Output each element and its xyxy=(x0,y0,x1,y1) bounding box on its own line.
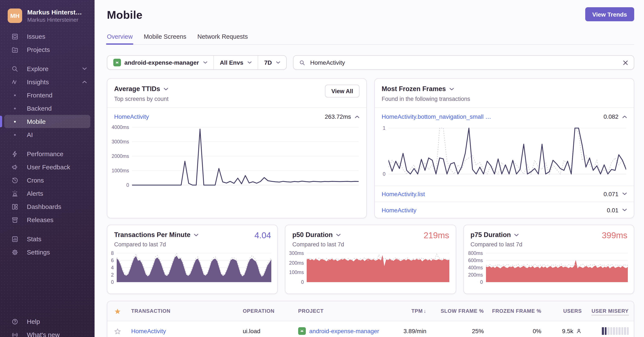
view-trends-button[interactable]: View Trends xyxy=(585,7,634,21)
sidebar-item-projects[interactable]: Projects xyxy=(0,43,94,56)
environment-selector[interactable]: All Envs xyxy=(214,56,258,69)
p75-area-chart[interactable] xyxy=(486,252,628,283)
chevron-up-icon[interactable] xyxy=(355,115,360,118)
transaction-link[interactable]: HomeActivity xyxy=(131,328,166,335)
transaction-link[interactable]: HomeActivity xyxy=(382,207,416,213)
sidebar-item-crons[interactable]: Crons xyxy=(0,174,94,187)
y-axis-tick-label: 1000ms xyxy=(112,168,129,173)
project-selector[interactable]: android-expense-manager xyxy=(107,56,214,69)
chevron-down-icon[interactable] xyxy=(514,233,519,236)
y-axis-tick-label: 3000ms xyxy=(112,139,129,144)
org-name: Markus Hinterst… xyxy=(27,8,82,16)
sidebar-item-help[interactable]: Help xyxy=(0,315,94,328)
chevron-down-icon[interactable] xyxy=(622,209,627,212)
sidebar-item-label: Crons xyxy=(27,177,90,184)
bullet-icon xyxy=(14,94,16,96)
clear-search-icon[interactable] xyxy=(623,60,628,65)
chevron-down-icon[interactable] xyxy=(449,87,454,90)
sidebar-item-alerts[interactable]: Alerts xyxy=(0,187,94,200)
sidebar-item-releases[interactable]: Releases xyxy=(0,213,94,226)
search-box[interactable] xyxy=(293,55,634,70)
tab-network-requests[interactable]: Network Requests xyxy=(198,33,248,44)
environment-selector-value: All Envs xyxy=(220,59,244,66)
user-misery-score-bar[interactable] xyxy=(589,327,634,335)
card-subtitle: Compared to last 7d xyxy=(292,241,449,248)
chevron-down-icon[interactable] xyxy=(622,192,627,195)
p75-value: 399ms xyxy=(602,231,628,240)
sidebar-item-user-feedback[interactable]: User Feedback xyxy=(0,160,94,174)
sidebar-item-label: Projects xyxy=(27,46,90,53)
y-axis-tick-label: 6 xyxy=(111,258,114,263)
transaction-link[interactable]: HomeActivity.list xyxy=(382,190,425,197)
view-all-button[interactable]: View All xyxy=(325,85,360,97)
sidebar-item-label: Dashboards xyxy=(27,203,90,210)
sidebar-item-mobile[interactable]: Mobile xyxy=(4,115,90,128)
star-toggle[interactable] xyxy=(107,328,128,335)
column-header-users[interactable]: USERS xyxy=(548,308,589,314)
column-header-tpm[interactable]: TPM↓ xyxy=(390,308,433,314)
sidebar-item-dashboards[interactable]: Dashboards xyxy=(0,200,94,213)
chevron-down-icon[interactable] xyxy=(336,233,341,236)
card-title: p75 Duration xyxy=(470,231,511,239)
p75-chart-yaxis: 800ms600ms400ms200ms0 xyxy=(464,252,486,283)
sidebar-item-stats[interactable]: Stats xyxy=(0,232,94,246)
search-icon xyxy=(11,65,19,72)
sidebar-item-explore[interactable]: Explore xyxy=(0,62,94,75)
sidebar-item-frontend[interactable]: Frontend xyxy=(4,88,90,102)
bullet-icon xyxy=(14,107,16,109)
sidebar-item-settings[interactable]: Settings xyxy=(0,246,94,259)
chevron-down-icon[interactable] xyxy=(164,87,168,90)
column-header-operation[interactable]: OPERATION xyxy=(239,308,295,314)
y-axis-tick-label: 0 xyxy=(301,280,304,285)
card-subtitle: Compared to last 7d xyxy=(470,241,627,248)
page-title: Mobile xyxy=(107,0,634,22)
column-header-user-misery[interactable]: USER MISERY xyxy=(589,308,634,314)
frozen-frames-line-chart[interactable] xyxy=(388,127,626,175)
chevron-up-icon xyxy=(82,80,87,83)
org-user-switcher[interactable]: MH Markus Hinterst… Markus Hintersteiner xyxy=(0,0,94,29)
sidebar-item-backend[interactable]: Backend xyxy=(4,102,90,115)
column-header-slow-frame[interactable]: SLOW FRAME % xyxy=(433,308,491,314)
tpm-area-chart[interactable] xyxy=(117,252,272,283)
tab-mobile-screens[interactable]: Mobile Screens xyxy=(144,33,186,44)
p50-area-chart[interactable] xyxy=(307,252,450,283)
sidebar-footer: HelpWhat's new xyxy=(0,315,94,337)
tab-label: Mobile Screens xyxy=(144,33,186,40)
transaction-link[interactable]: HomeActivity.bottom_navigation_small … xyxy=(382,113,491,120)
sidebar: MH Markus Hinterst… Markus Hintersteiner… xyxy=(0,0,94,337)
project-link[interactable]: android-expense-manager xyxy=(309,328,379,335)
project-cell: android-expense-manager xyxy=(295,327,390,335)
sidebar-item-label: Backend xyxy=(27,105,87,112)
ttid-line-chart[interactable] xyxy=(132,126,359,186)
misery-bar-empty xyxy=(621,327,623,335)
transaction-link[interactable]: HomeActivity xyxy=(114,113,149,120)
column-header-frozen-frame[interactable]: FROZEN FRAME % xyxy=(491,308,548,314)
column-header-project[interactable]: PROJECT xyxy=(295,308,390,314)
search-input[interactable] xyxy=(309,59,619,66)
chevron-down-icon[interactable] xyxy=(194,233,198,236)
date-range-selector[interactable]: 7D xyxy=(258,56,286,69)
sidebar-item-issues[interactable]: Issues xyxy=(0,30,94,43)
sidebar-section: IssuesProjects xyxy=(0,30,94,56)
sidebar-item-ai[interactable]: AI xyxy=(4,128,90,141)
sidebar-item-label: Frontend xyxy=(27,91,87,99)
frozen-row-list: HomeActivity.list 0.071 xyxy=(375,186,634,202)
sidebar-item-performance[interactable]: Performance xyxy=(0,147,94,160)
tab-overview[interactable]: Overview xyxy=(107,33,133,44)
sidebar-item-insights[interactable]: Insights xyxy=(0,75,94,88)
tab-bar: Overview Mobile Screens Network Requests xyxy=(107,33,634,45)
p50-value: 219ms xyxy=(424,231,449,240)
y-axis-tick-label: 100ms xyxy=(289,270,304,275)
avatar: MH xyxy=(8,8,22,23)
card-title: p50 Duration xyxy=(292,231,333,239)
project-selector-value: android-expense-manager xyxy=(124,59,199,66)
column-header-transaction[interactable]: TRANSACTION xyxy=(128,308,239,314)
sidebar-item-what-s-new[interactable]: What's new xyxy=(0,328,94,337)
star-column-header[interactable] xyxy=(107,308,128,315)
bar-chart-icon xyxy=(11,235,19,243)
bullet-icon xyxy=(14,134,16,135)
megaphone-icon xyxy=(11,163,19,171)
misery-bar-empty xyxy=(613,327,615,335)
most-frozen-frames-card: Most Frozen Frames Found in the followin… xyxy=(374,78,634,218)
chevron-up-icon[interactable] xyxy=(622,115,627,118)
